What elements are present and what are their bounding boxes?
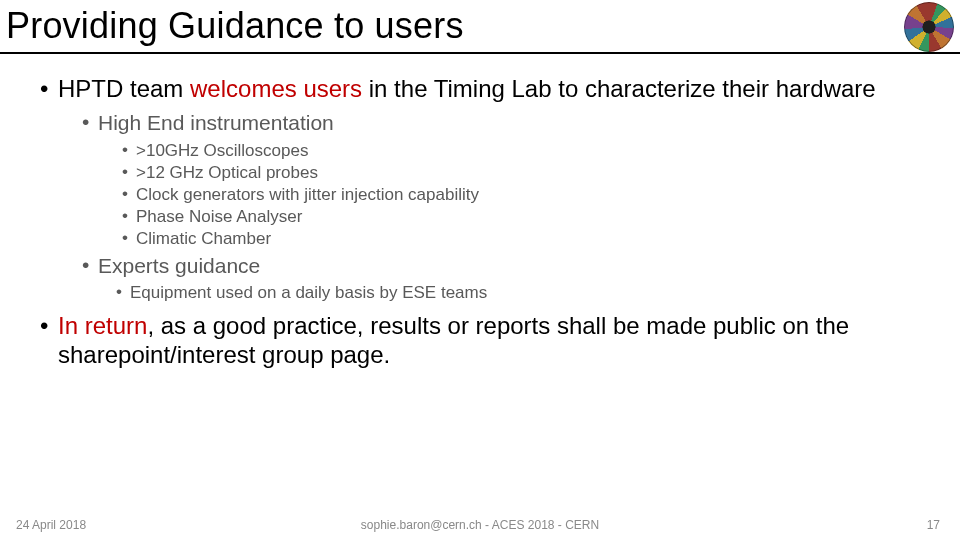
bullet-main-1: HPTD team welcomes users in the Timing L… [58, 74, 920, 305]
body-content: HPTD team welcomes users in the Timing L… [40, 74, 920, 375]
list-item: Climatic Chamber [136, 228, 920, 250]
list-item: Clock generators with jitter injection c… [136, 184, 920, 206]
list-item: Phase Noise Analyser [136, 206, 920, 228]
bullet-main-2: In return, as a good practice, results o… [58, 311, 920, 370]
slide-title: Providing Guidance to users [6, 5, 464, 47]
text: Climatic Chamber [136, 229, 271, 248]
title-row: Providing Guidance to users [0, 0, 960, 54]
text: >12 GHz Optical probes [136, 163, 318, 182]
list-item: >12 GHz Optical probes [136, 162, 920, 184]
text: >10GHz Oscilloscopes [136, 141, 308, 160]
footer: 24 April 2018 sophie.baron@cern.ch - ACE… [0, 512, 960, 532]
text: High End instrumentation [98, 111, 334, 134]
text: , as a good practice, results or reports… [58, 312, 849, 368]
text: Experts guidance [98, 254, 260, 277]
footer-center: sophie.baron@cern.ch - ACES 2018 - CERN [0, 518, 960, 532]
text: Equipment used on a daily basis by ESE t… [130, 283, 487, 302]
text: Clock generators with jitter injection c… [136, 185, 479, 204]
text: Phase Noise Analyser [136, 207, 302, 226]
page-number: 17 [927, 518, 940, 532]
list-item: Equipment used on a daily basis by ESE t… [130, 282, 920, 304]
text: HPTD team [58, 75, 190, 102]
text-accent: welcomes users [190, 75, 362, 102]
bullet-sub-instrumentation: High End instrumentation >10GHz Oscillos… [98, 109, 920, 250]
event-display-logo-icon [904, 2, 954, 52]
slide: Providing Guidance to users HPTD team we… [0, 0, 960, 540]
list-item: >10GHz Oscilloscopes [136, 140, 920, 162]
text-accent: In return [58, 312, 147, 339]
text: in the Timing Lab to characterize their … [362, 75, 876, 102]
bullet-sub-experts: Experts guidance Equipment used on a dai… [98, 252, 920, 304]
